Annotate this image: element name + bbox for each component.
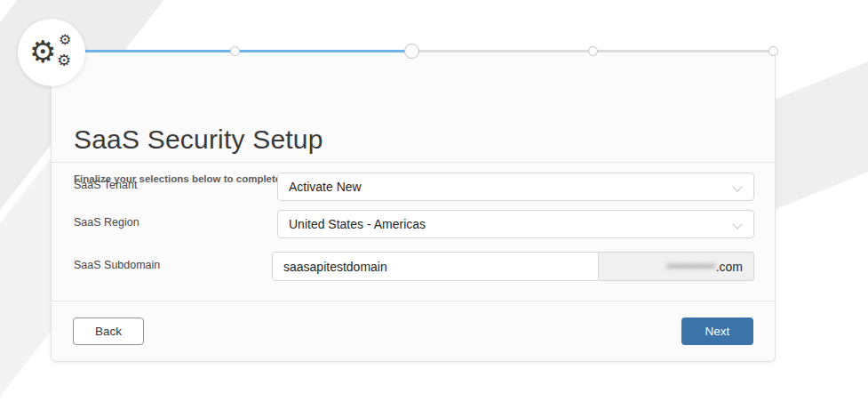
footer-divider xyxy=(52,301,775,301)
page-background: ⚙ ⚙ ⚙ SaaS Security Setup Finalize your … xyxy=(0,0,868,418)
gear-icon: ⚙ xyxy=(59,33,71,47)
setup-wizard-card: ⚙ ⚙ ⚙ SaaS Security Setup Finalize your … xyxy=(51,52,776,362)
saas-region-label: SaaS Region xyxy=(74,216,139,229)
saas-tenant-dropdown[interactable]: Activate New xyxy=(277,173,754,201)
stepper-dot-2 xyxy=(230,46,240,56)
chevron-down-icon xyxy=(732,219,742,229)
saas-region-value: United States - Americas xyxy=(289,217,426,231)
gear-icon: ⚙ xyxy=(57,52,71,68)
setup-badge: ⚙ ⚙ ⚙ xyxy=(18,19,85,86)
stepper-dot-5 xyxy=(768,46,778,56)
header-divider xyxy=(52,162,775,163)
back-button[interactable]: Back xyxy=(73,318,144,345)
saas-subdomain-suffix: ••••••••••••••••• .com xyxy=(599,252,754,281)
saas-tenant-value: Activate New xyxy=(289,180,362,194)
saas-tenant-label: SaaS Tenant xyxy=(74,179,137,191)
domain-tld-text: .com xyxy=(716,260,743,274)
next-button[interactable]: Next xyxy=(681,318,753,345)
saas-subdomain-input[interactable] xyxy=(272,252,599,281)
saas-subdomain-group: ••••••••••••••••• .com xyxy=(272,252,754,281)
gear-icon: ⚙ xyxy=(29,36,56,67)
saas-subdomain-label: SaaS Subdomain xyxy=(74,259,160,271)
page-title: SaaS Security Setup xyxy=(74,125,323,155)
redacted-domain-text: ••••••••••••••••• xyxy=(666,261,714,273)
stepper-dot-3-current xyxy=(404,44,419,59)
chevron-down-icon xyxy=(732,181,742,191)
stepper-dot-4 xyxy=(588,46,598,56)
saas-region-dropdown[interactable]: United States - Americas xyxy=(277,210,754,238)
